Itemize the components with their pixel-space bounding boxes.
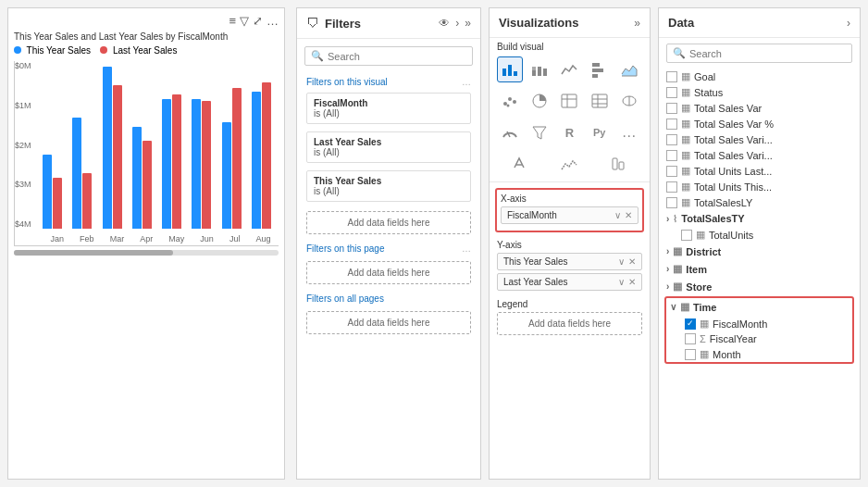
checkbox-fiscalyear[interactable] [685, 333, 696, 344]
filter-icon[interactable]: ▽ [240, 14, 249, 28]
viz-analytics-icon[interactable] [556, 151, 582, 177]
more-options-icon[interactable]: … [462, 77, 471, 87]
tree-item-totalunits[interactable]: ▦ TotalUnits [677, 227, 856, 243]
filter-item-thisyear[interactable]: This Year Sales is (All) [306, 170, 471, 202]
table-icon-tsva1: ▦ [681, 133, 690, 145]
checkbox-fiscalmonth[interactable] [685, 318, 696, 330]
tree-group-time[interactable]: ∨ ▦ Time [666, 298, 852, 316]
filters-title: Filters [325, 17, 433, 31]
legend-add-fields[interactable]: Add data fields here [497, 312, 642, 335]
hamburger-icon[interactable]: ≡ [229, 14, 236, 28]
build-visual-label: Build visual [490, 38, 650, 54]
viz-table-icon[interactable] [556, 88, 582, 114]
viz-r-icon[interactable]: R [556, 119, 582, 145]
data-header-icons: › [847, 17, 850, 30]
table-icon-district: ▦ [673, 245, 682, 257]
filters-panel: ⛉ Filters 👁 › » 🔍 Filters on this visual… [296, 7, 481, 480]
viz-scatter-icon[interactable] [497, 88, 523, 114]
x-remove-icon[interactable]: ✕ [625, 210, 632, 220]
chevron-right2-icon[interactable]: » [465, 17, 471, 30]
x-remove-y1-icon[interactable]: ✕ [628, 277, 636, 287]
filters-search-box[interactable]: 🔍 [304, 46, 473, 66]
viz-matrix-icon[interactable] [587, 88, 613, 114]
filters-header: ⛉ Filters 👁 › » [297, 8, 480, 39]
chevron-right-data-icon[interactable]: › [847, 17, 850, 30]
checkbox-tsva2[interactable] [666, 150, 677, 161]
tree-item-total-sales-vari1[interactable]: ▦ Total Sales Vari... [663, 131, 856, 147]
svg-point-13 [507, 105, 510, 107]
viz-fields-icon[interactable] [606, 151, 632, 177]
filter-item-fiscalmonth[interactable]: FiscalMonth is (All) [306, 93, 471, 124]
y-axis-field-0[interactable]: This Year Sales ∨ ✕ [497, 253, 642, 270]
viz-line-chart-icon[interactable] [556, 56, 582, 82]
viz-py-icon[interactable]: Py [587, 119, 613, 145]
tree-item-total-sales-var[interactable]: ▦ Total Sales Var [663, 100, 856, 116]
tree-group-totalsalesty[interactable]: › ⌇ TotalSalesTY [663, 210, 856, 227]
viz-more-icon[interactable]: … [616, 119, 642, 145]
chevron-right-icon[interactable]: › [455, 17, 459, 30]
filter-item-lastyear[interactable]: Last Year Sales is (All) [306, 131, 471, 163]
more-options-page-icon[interactable]: … [462, 244, 471, 254]
viz-header-icons: » [634, 17, 640, 30]
viz-filter-icon[interactable] [527, 119, 552, 145]
bar-jan-last [53, 178, 62, 229]
viz-gauge-icon[interactable] [497, 119, 523, 145]
chevron-down-y0-icon[interactable]: ∨ [618, 256, 625, 267]
tree-item-fiscalyear[interactable]: Σ FiscalYear [681, 331, 852, 346]
viz-format-icon[interactable] [507, 151, 533, 177]
svg-rect-1 [508, 65, 512, 76]
viz-type-row-2 [490, 85, 650, 117]
tree-item-total-sales-var-pct[interactable]: ▦ Total Sales Var % [663, 116, 856, 131]
x-axis-field[interactable]: FiscalMonth ∨ ✕ [501, 206, 639, 224]
tree-item-goal[interactable]: ▦ Goal [663, 69, 856, 84]
viz-pie-icon[interactable] [527, 88, 552, 114]
checkbox-status[interactable] [666, 87, 677, 98]
tree-item-status[interactable]: ▦ Status [663, 84, 856, 100]
chart-legend: This Year Sales Last Year Sales [14, 45, 279, 56]
checkbox-goal[interactable] [666, 71, 677, 82]
tree-group-district[interactable]: › ▦ District [663, 243, 856, 260]
svg-rect-7 [592, 63, 600, 67]
table-icon-fiscalmonth: ▦ [700, 318, 709, 330]
viz-stacked-bar-icon[interactable] [527, 56, 552, 82]
tree-item-total-sales-vari2[interactable]: ▦ Total Sales Vari... [663, 147, 856, 163]
checkbox-tsv[interactable] [666, 103, 677, 114]
viz-bar-chart-icon[interactable] [497, 56, 523, 82]
add-fields-page[interactable]: Add data fields here [306, 261, 471, 284]
tree-group-item[interactable]: › ▦ Item [663, 260, 856, 278]
x-remove-y0-icon[interactable]: ✕ [628, 256, 636, 267]
checkbox-tu[interactable] [681, 230, 692, 241]
data-search-input[interactable] [689, 48, 846, 59]
tree-group-store[interactable]: › ▦ Store [663, 278, 856, 295]
viz-column-chart-icon[interactable] [587, 56, 613, 82]
y-axis-field-1[interactable]: Last Year Sales ∨ ✕ [497, 273, 642, 291]
checkbox-tul[interactable] [666, 166, 677, 177]
checkbox-tsly[interactable] [666, 197, 677, 208]
more-icon[interactable]: … [267, 14, 279, 28]
chevron-down-y1-icon[interactable]: ∨ [618, 277, 625, 287]
add-fields-visual[interactable]: Add data fields here [306, 211, 471, 234]
checkbox-tut[interactable] [666, 181, 677, 193]
scrollbar-thumb[interactable] [14, 250, 173, 256]
tree-item-total-units-this[interactable]: ▦ Total Units This... [663, 179, 856, 194]
viz-area-chart-icon[interactable] [616, 56, 642, 82]
tree-item-month[interactable]: ▦ Month [681, 346, 852, 362]
filters-search-input[interactable] [328, 51, 466, 62]
chevron-right-viz-icon[interactable]: » [634, 17, 640, 30]
tree-item-total-units-last[interactable]: ▦ Total Units Last... [663, 163, 856, 179]
checkbox-tsva1[interactable] [666, 134, 677, 145]
data-search-box[interactable]: 🔍 [666, 44, 852, 63]
chart-scrollbar[interactable] [14, 250, 279, 256]
tree-item-totalsalesly[interactable]: ▦ TotalSalesLY [663, 194, 856, 210]
checkbox-month[interactable] [685, 349, 696, 360]
viz-map-icon[interactable] [616, 88, 642, 114]
add-fields-all[interactable]: Add data fields here [306, 311, 471, 334]
expand-icon[interactable]: ⤢ [253, 14, 263, 28]
chevron-down-icon[interactable]: ∨ [614, 210, 621, 220]
filters-on-page-label: Filters on this page … [297, 240, 480, 256]
legend-label: Legend [497, 299, 642, 309]
checkbox-tsvp[interactable] [666, 119, 677, 130]
x-axis-section: X-axis FiscalMonth ∨ ✕ [495, 188, 644, 232]
eye-icon[interactable]: 👁 [439, 17, 450, 30]
tree-item-fiscalmonth[interactable]: ▦ FiscalMonth [681, 316, 852, 331]
